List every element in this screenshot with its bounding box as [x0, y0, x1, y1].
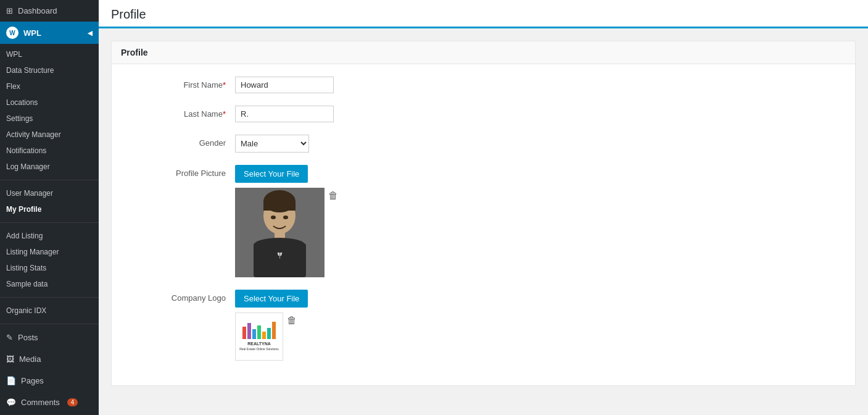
- company-logo-label: Company Logo: [124, 290, 235, 303]
- last-name-label: Last Name*: [124, 106, 235, 119]
- first-name-input[interactable]: [235, 77, 334, 93]
- page-header: Profile: [99, 0, 868, 28]
- main-content: Profile Profile First Name* Last Name*: [99, 0, 868, 415]
- last-name-required: *: [223, 109, 226, 119]
- organic-idx-section: Organic IDX: [0, 300, 99, 321]
- sidebar-item-activity-manager[interactable]: Activity Manager: [0, 127, 99, 143]
- realtyna-logo-text: REALTYNAReal Estate Online Solutions: [239, 342, 279, 352]
- divider-2: [0, 222, 99, 223]
- profile-box: Profile First Name* Last Name*: [111, 41, 856, 386]
- gender-row: Gender Male Female Other: [124, 135, 843, 153]
- delete-company-logo-icon[interactable]: 🗑: [287, 315, 297, 326]
- wpl-logo-icon: W: [6, 27, 19, 39]
- sidebar-item-wpl-active[interactable]: W WPL ◀: [0, 22, 99, 44]
- collapse-icon: ◀: [88, 30, 93, 36]
- profile-box-header: Profile: [112, 41, 855, 64]
- profile-picture-label: Profile Picture: [124, 165, 235, 178]
- dashboard-icon: ⊞: [6, 6, 13, 15]
- delete-profile-picture-icon[interactable]: 🗑: [328, 190, 338, 201]
- divider-1: [0, 180, 99, 180]
- sidebar-item-wpl[interactable]: WPL: [0, 46, 99, 62]
- sidebar-item-my-profile[interactable]: My Profile: [0, 201, 99, 217]
- sidebar: ⊞ Dashboard W WPL ◀ WPL Data Structure F…: [0, 0, 99, 415]
- svg-point-11: [283, 216, 288, 219]
- company-logo-controls: Select Your File: [235, 290, 308, 361]
- sidebar-item-dashboard[interactable]: ⊞ Dashboard: [0, 0, 99, 22]
- realtyna-bars: [242, 322, 276, 339]
- gender-label: Gender: [124, 135, 235, 148]
- gender-select[interactable]: Male Female Other: [235, 135, 309, 153]
- sidebar-item-add-listing[interactable]: Add Listing: [0, 228, 99, 244]
- sidebar-item-notifications[interactable]: Notifications: [0, 143, 99, 159]
- pages-icon: 📄: [6, 376, 16, 385]
- sidebar-item-pages[interactable]: 📄 Pages: [0, 370, 99, 392]
- sidebar-item-comments[interactable]: 💬 Comments 4: [0, 392, 99, 413]
- divider-4: [0, 324, 99, 324]
- sidebar-item-posts[interactable]: ✎ Posts: [0, 327, 99, 348]
- svg-rect-4: [263, 201, 296, 211]
- profile-picture-svg: [235, 188, 324, 277]
- sidebar-item-organic-idx[interactable]: Organic IDX: [0, 303, 99, 319]
- profile-picture-row: Profile Picture Select Your File: [124, 165, 843, 277]
- last-name-input[interactable]: [235, 106, 334, 122]
- first-name-label: First Name*: [124, 77, 235, 90]
- sidebar-item-sample-data[interactable]: Sample data: [0, 276, 99, 292]
- divider-3: [0, 297, 99, 298]
- svg-point-9: [254, 238, 305, 253]
- profile-box-body: First Name* Last Name* Gender Male: [112, 64, 855, 385]
- profile-picture-image: [235, 188, 324, 277]
- profile-picture-controls: Select Your File: [235, 165, 338, 277]
- sidebar-item-log-manager[interactable]: Log Manager: [0, 159, 99, 175]
- sidebar-item-data-structure[interactable]: Data Structure: [0, 62, 99, 78]
- company-logo-row: Company Logo Select Your File: [124, 290, 843, 361]
- svg-point-10: [271, 216, 276, 219]
- sidebar-item-listing-stats[interactable]: Listing Stats: [0, 260, 99, 276]
- user-manager-section: User Manager My Profile: [0, 183, 99, 220]
- sidebar-item-locations[interactable]: Locations: [0, 94, 99, 111]
- posts-icon: ✎: [6, 333, 13, 342]
- content-area: Profile First Name* Last Name*: [99, 28, 868, 398]
- sidebar-item-user-manager[interactable]: User Manager: [0, 185, 99, 201]
- sidebar-item-flex[interactable]: Flex: [0, 78, 99, 94]
- company-logo-image: REALTYNAReal Estate Online Solutions: [235, 312, 283, 361]
- wpl-section: WPL Data Structure Flex Locations Settin…: [0, 44, 99, 177]
- last-name-row: Last Name*: [124, 106, 843, 122]
- page-title: Profile: [111, 7, 856, 22]
- select-profile-file-button[interactable]: Select Your File: [235, 165, 308, 183]
- comments-icon: 💬: [6, 398, 16, 407]
- profile-picture-file-row: 🗑: [235, 188, 338, 277]
- company-logo-file-row: REALTYNAReal Estate Online Solutions 🗑: [235, 312, 308, 361]
- first-name-required: *: [223, 80, 226, 90]
- select-company-logo-button[interactable]: Select Your File: [235, 290, 308, 308]
- listing-section: Add Listing Listing Manager Listing Stat…: [0, 225, 99, 295]
- first-name-row: First Name*: [124, 77, 843, 93]
- sidebar-item-listing-manager[interactable]: Listing Manager: [0, 244, 99, 260]
- sidebar-item-settings[interactable]: Settings: [0, 111, 99, 127]
- sidebar-item-media[interactable]: 🖼 Media: [0, 348, 99, 370]
- media-icon: 🖼: [6, 354, 14, 364]
- comments-badge: 4: [67, 398, 78, 406]
